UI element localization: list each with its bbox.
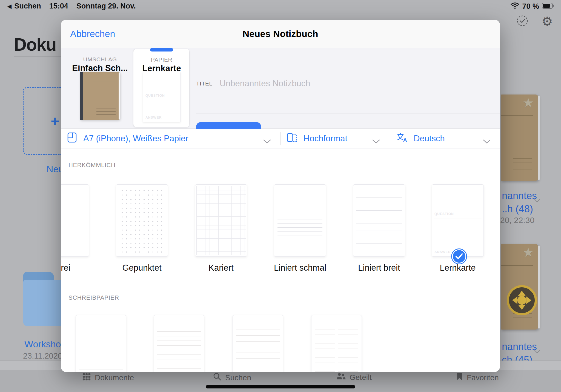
notebook-title-input[interactable] — [220, 79, 492, 88]
modal-title: Neues Notizbuch — [61, 28, 500, 39]
template-liniert-schmal[interactable] — [274, 184, 326, 257]
template-label-kariert: Kariert — [195, 263, 247, 273]
language-dropdown[interactable]: A Deutsch — [397, 129, 495, 148]
template-lernkarte[interactable]: QUESTION ANSWER — [432, 184, 484, 257]
wide-lines-pattern — [356, 197, 402, 250]
selected-indicator — [150, 48, 173, 51]
battery-icon — [542, 2, 554, 11]
tab-label: Suchen — [225, 373, 251, 382]
divider — [280, 132, 280, 145]
template-label-liniert-schmal: Liniert schmal — [274, 263, 326, 273]
paper-size-dropdown[interactable]: A7 (iPhone), Weißes Papier — [67, 129, 276, 148]
settings-gear-icon[interactable]: ⚙ — [542, 15, 553, 28]
modal-header: Abbrechen Neues Notizbuch — [61, 20, 500, 48]
document-1-title-2[interactable]: ..h (48) — [502, 203, 533, 215]
folder-date: 23.11.2020 — [23, 351, 62, 360]
status-date: Sonntag 29. Nov. — [76, 2, 136, 10]
favorite-star-icon: ★ — [523, 246, 534, 259]
back-icon: ◀ — [7, 3, 12, 9]
document-1-title[interactable]: nanntes — [502, 190, 537, 202]
template-schreibpapier-1[interactable] — [76, 315, 126, 372]
template-frei[interactable] — [61, 184, 89, 257]
narrow-lines-pattern — [277, 203, 322, 249]
favorite-star-icon: ★ — [523, 96, 534, 109]
chevron-down-icon[interactable] — [534, 350, 540, 355]
paper-kind-label: PAPIER — [133, 56, 190, 63]
title-divider — [14, 56, 61, 57]
section-title-herkoemmlich: HERKÖMMLICH — [68, 162, 116, 169]
orientation-icon — [287, 133, 297, 145]
cover-kind-label: UMSCHLAG — [72, 56, 128, 63]
language-icon: A — [397, 132, 408, 145]
template-label-lernkarte: Lernkarte — [432, 263, 484, 273]
paper-picker[interactable]: PAPIER Lernkarte QUESTION ANSWER — [133, 49, 190, 127]
orientation-dropdown[interactable]: Hochformat — [287, 129, 385, 148]
dpad-emblem-icon — [506, 284, 538, 317]
bookmark-icon — [456, 373, 463, 383]
title-field-label: TITEL — [196, 80, 213, 87]
template-liniert-breit[interactable] — [353, 184, 405, 257]
section-title-schreibpapier: SCHREIBPAPIER — [68, 294, 119, 301]
status-bar: ◀ Suchen 15:04 Sonntag 29. Nov. 70 % — [0, 0, 561, 12]
shared-people-icon — [336, 373, 346, 382]
chevron-down-icon — [372, 136, 380, 146]
page-title: Doku — [14, 35, 56, 55]
chevron-down-icon[interactable] — [534, 199, 540, 204]
paper-thumbnail: QUESTION ANSWER — [143, 72, 181, 122]
cover-thumbnail — [80, 72, 120, 120]
search-icon — [213, 373, 221, 383]
template-kariert[interactable] — [195, 184, 247, 257]
select-documents-icon[interactable] — [516, 15, 528, 28]
answer-label: ANSWER — [145, 116, 162, 119]
documents-grid-icon — [82, 373, 91, 383]
new-notebook-modal: Abbrechen Neues Notizbuch UMSCHLAG Einfa… — [61, 20, 500, 372]
language-value: Deutsch — [414, 134, 445, 144]
document-2-title[interactable]: nanntes — [502, 341, 537, 353]
divider — [390, 132, 390, 145]
wifi-icon — [511, 2, 519, 11]
paper-size-value: A7 (iPhone), Weißes Papier — [83, 134, 188, 144]
cover-picker[interactable]: UMSCHLAG Einfach Sch... — [72, 48, 128, 128]
modal-top-section: UMSCHLAG Einfach Sch... PAPIER Lernkarte… — [61, 48, 500, 129]
tab-dokumente[interactable]: Dokumente — [82, 373, 134, 383]
template-label-gepunktet: Gepunktet — [116, 263, 168, 273]
paper-options-bar: A7 (iPhone), Weißes Papier Hochformat — [61, 129, 500, 148]
tab-suchen[interactable]: Suchen — [213, 373, 251, 383]
template-gepunktet[interactable] — [116, 184, 168, 257]
template-label-liniert-breit: Liniert breit — [353, 263, 405, 273]
bottom-tab-bar: Dokumente Suchen Geteilt Favoriten — [0, 370, 561, 392]
tab-label: Favoriten — [467, 373, 499, 382]
tab-label: Geteilt — [350, 373, 372, 382]
home-indicator[interactable] — [206, 385, 355, 388]
template-schreibpapier-2[interactable] — [154, 315, 204, 372]
svg-text:A: A — [403, 137, 407, 143]
status-time: 15:04 — [49, 2, 68, 10]
template-schreibpapier-3[interactable] — [233, 315, 283, 372]
battery-percent: 70 % — [522, 2, 539, 11]
paper-size-icon — [67, 132, 77, 145]
selected-check-icon — [452, 249, 466, 264]
tab-geteilt[interactable]: Geteilt — [336, 373, 372, 382]
chevron-down-icon — [263, 136, 271, 146]
back-app-label: Suchen — [14, 2, 41, 10]
document-1-modified: 20, 22:30 — [500, 216, 534, 225]
screen: ◀ Suchen 15:04 Sonntag 29. Nov. 70 % — [0, 0, 561, 392]
orientation-value: Hochformat — [304, 134, 347, 144]
tab-label: Dokumente — [95, 373, 134, 382]
template-label-frei: Frei — [61, 263, 89, 273]
title-field-underline — [196, 113, 500, 113]
answer-label: ANSWER — [434, 250, 451, 254]
question-label: QUESTION — [434, 212, 454, 216]
chevron-down-icon — [483, 136, 491, 146]
dots-pattern — [119, 187, 165, 254]
template-schreibpapier-4[interactable] — [311, 315, 362, 372]
question-label: QUESTION — [145, 94, 165, 98]
grid-pattern — [196, 186, 246, 255]
tab-favoriten[interactable]: Favoriten — [456, 373, 499, 383]
back-to-app-button[interactable]: ◀ Suchen — [7, 2, 41, 10]
folder-name: Worksho — [24, 339, 61, 350]
